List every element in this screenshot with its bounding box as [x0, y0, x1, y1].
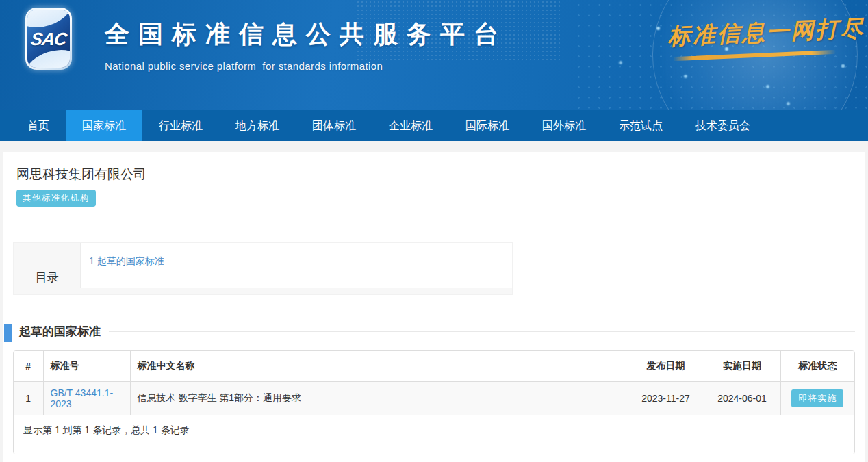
status-badge: 即将实施	[791, 389, 843, 407]
column-header-status: 标准状态	[780, 351, 854, 382]
slogan-text: 标准信息一网打尽	[667, 14, 840, 53]
glow-dots	[0, 0, 2, 2]
nav-item-home[interactable]: 首页	[11, 110, 66, 141]
column-header-implement-date: 实施日期	[704, 351, 780, 382]
nav-item-national-standards[interactable]: 国家标准	[66, 110, 142, 141]
section-title: 起草的国家标准	[19, 324, 101, 339]
toc-link-drafted-standards[interactable]: 1 起草的国家标准	[89, 255, 164, 266]
toc-content: 1 起草的国家标准	[80, 243, 512, 288]
table-row: 1 GB/T 43441.1-2023 信息技术 数字孪生 第1部分：通用要求 …	[14, 382, 854, 415]
main-content: 网思科技集团有限公司 其他标准化机构 目录 1 起草的国家标准 起草的国家标准 …	[3, 152, 865, 462]
organization-type-badge: 其他标准化机构	[16, 190, 96, 207]
cell-implement-date: 2024-06-01	[704, 382, 780, 415]
standard-number-link[interactable]: GB/T 43441.1-2023	[51, 387, 114, 409]
nav-item-enterprise-standards[interactable]: 企业标准	[372, 110, 449, 141]
nav-item-pilot-demo[interactable]: 示范试点	[602, 110, 679, 141]
column-header-cn-name: 标准中文名称	[130, 351, 628, 382]
main-nav: 首页 国家标准 行业标准 地方标准 团体标准 企业标准 国际标准 国外标准 示范…	[0, 110, 868, 141]
nav-item-local-standards[interactable]: 地方标准	[219, 110, 296, 141]
cell-status: 即将实施	[780, 382, 854, 415]
column-header-std-no: 标准号	[43, 351, 130, 382]
section-divider-line	[109, 331, 855, 332]
standards-table-wrap: # 标准号 标准中文名称 发布日期 实施日期 标准状态 1 GB/T 43441…	[13, 350, 855, 454]
table-header-row: # 标准号 标准中文名称 发布日期 实施日期 标准状态	[14, 351, 854, 382]
sac-logo-text: SAC	[29, 29, 68, 50]
site-title-block: 全国标准信息公共服务平台 National public service pla…	[105, 18, 507, 72]
cell-cn-name: 信息技术 数字孪生 第1部分：通用要求	[130, 382, 628, 415]
nav-item-industry-standards[interactable]: 行业标准	[142, 110, 219, 141]
sac-logo[interactable]: SAC	[25, 8, 72, 70]
organization-name: 网思科技集团有限公司	[16, 166, 855, 183]
nav-item-foreign-standards[interactable]: 国外标准	[526, 110, 602, 141]
sac-logo-emblem: SAC	[27, 10, 70, 68]
divider	[13, 216, 855, 216]
toc-box: 目录 1 起草的国家标准	[13, 242, 513, 295]
toc-label: 目录	[14, 243, 80, 294]
table-record-summary: 显示第 1 到第 1 条记录，总共 1 条记录	[14, 415, 854, 454]
nav-item-technical-committee[interactable]: 技术委员会	[679, 110, 767, 141]
site-banner: SAC 全国标准信息公共服务平台 National public service…	[0, 0, 868, 110]
cell-publish-date: 2023-11-27	[628, 382, 704, 415]
section-marker	[4, 324, 12, 342]
column-header-publish-date: 发布日期	[628, 351, 704, 382]
section-header: 起草的国家标准	[13, 324, 855, 339]
site-subtitle: National public service platform for sta…	[105, 60, 507, 72]
slogan-block: 标准信息一网打尽	[667, 14, 840, 62]
site-title: 全国标准信息公共服务平台	[105, 18, 507, 51]
standards-table: # 标准号 标准中文名称 发布日期 实施日期 标准状态 1 GB/T 43441…	[14, 351, 854, 415]
cell-index: 1	[14, 382, 43, 415]
nav-item-group-standards[interactable]: 团体标准	[296, 110, 372, 141]
column-header-index: #	[14, 351, 43, 382]
cell-std-no: GB/T 43441.1-2023	[43, 382, 130, 415]
nav-item-international-standards[interactable]: 国际标准	[449, 110, 526, 141]
